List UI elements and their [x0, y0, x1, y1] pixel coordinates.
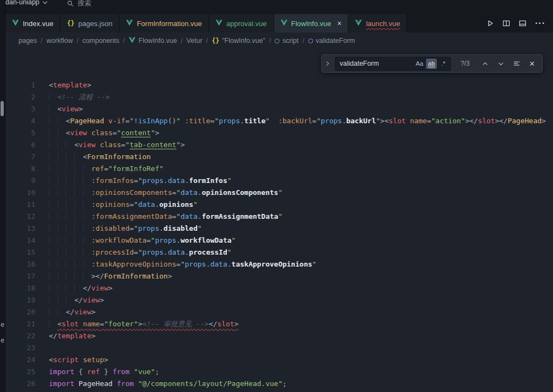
find-in-selection-button[interactable] — [511, 58, 522, 69]
breadcrumb-item[interactable]: workflow — [47, 37, 73, 45]
close-find-button[interactable]: ✕ — [526, 58, 538, 69]
line-number: 19 — [5, 294, 35, 306]
workspace-menu[interactable]: dan-uniapp — [5, 0, 47, 6]
more-actions-icon[interactable]: ··· — [535, 18, 545, 28]
tab-pages.json[interactable]: {}pages.json — [60, 14, 119, 33]
code-line[interactable]: 12 :formAssignmentData="data.formAssignm… — [5, 211, 553, 223]
code-line[interactable]: 6 <view class="tab-content"> — [5, 139, 553, 151]
search-label: 搜索 — [78, 0, 91, 8]
tab-label: pages.json — [78, 20, 112, 28]
code-line[interactable]: 24<script setup> — [5, 354, 553, 366]
code-line[interactable]: 21 <slot name="footer"><!-- 审批意见 --></sl… — [5, 318, 553, 330]
next-match-button[interactable] — [495, 58, 506, 69]
vue-icon — [355, 20, 362, 26]
code-text: import { ref } from "vue"; — [49, 366, 160, 378]
line-number: 6 — [5, 139, 35, 151]
editor-actions: ··· — [479, 14, 553, 33]
code-editor[interactable]: validateForm Aa ab .* ?/3 ✕ 1<template>2… — [5, 49, 553, 392]
code-text: </view> — [49, 306, 96, 318]
search-icon — [67, 0, 74, 7]
breadcrumb-item[interactable]: validateForm — [308, 37, 355, 45]
code-text: :opinions="data.opinions" — [49, 199, 198, 211]
breadcrumb-item[interactable]: {}"FlowInfo.vue" — [212, 37, 265, 45]
breadcrumb-item[interactable]: components — [82, 37, 119, 45]
code-line[interactable]: 23 — [5, 342, 553, 354]
breadcrumb: pages/workflow/components/FlowInfo.vue/V… — [5, 33, 553, 49]
code-line[interactable]: 8 ref="formInfoRef" — [5, 163, 553, 175]
layout-icon[interactable] — [519, 20, 526, 27]
code-line[interactable]: 17 ></FormInformation> — [5, 270, 553, 282]
find-query: validateForm — [340, 60, 414, 67]
run-icon[interactable] — [486, 20, 494, 27]
match-case-button[interactable]: Aa — [414, 59, 425, 69]
chevron-right-icon — [325, 61, 329, 66]
tab-approval.vue[interactable]: approval.vue — [209, 14, 274, 33]
code-line[interactable]: 4 <PageHead v-if="!isInApp()" :title="pr… — [5, 115, 553, 127]
line-number: 24 — [5, 354, 35, 366]
braces-icon: {} — [212, 37, 219, 45]
code-line[interactable]: 13 :disabled="props.disabled" — [5, 223, 553, 235]
previous-match-button[interactable] — [479, 58, 491, 69]
code-line[interactable]: 26import PageHead from "@/components/lay… — [5, 378, 553, 390]
code-line[interactable]: 11 :opinions="data.opinions" — [5, 199, 553, 211]
tab-FlowInfo.vue[interactable]: FlowInfo.vue× — [274, 14, 349, 33]
breadcrumb-label: FlowInfo.vue — [138, 37, 177, 45]
breadcrumb-item[interactable]: FlowInfo.vue — [129, 37, 177, 45]
code-line[interactable]: 5 <view class="content"> — [5, 127, 553, 139]
line-number: 16 — [5, 258, 35, 270]
code-text: </template> — [49, 330, 96, 342]
code-area: 1<template>2 <!-- 流程 -->3 <view>4 <PageH… — [5, 49, 553, 390]
toggle-replace-button[interactable] — [323, 55, 330, 72]
code-text: <view class="tab-content"> — [49, 139, 185, 151]
find-input[interactable]: validateForm Aa ab .* — [335, 57, 451, 71]
tab-label: Index.vue — [23, 20, 53, 28]
tab-label: FormInformation.vue — [137, 20, 202, 28]
split-editor-icon[interactable] — [503, 20, 510, 27]
line-number: 17 — [5, 270, 35, 282]
code-line[interactable]: 18 </view> — [5, 282, 553, 294]
code-line[interactable]: 1<template> — [5, 79, 553, 91]
code-line[interactable]: 2 <!-- 流程 --> — [5, 91, 553, 103]
tab-FormInformation.vue[interactable]: FormInformation.vue — [119, 14, 209, 33]
code-line[interactable]: 20 </view> — [5, 306, 553, 318]
code-line[interactable]: 19 </view> — [5, 294, 553, 306]
line-number: 13 — [5, 223, 35, 235]
code-line[interactable]: 10 :opinionsComponents="data.opinionsCom… — [5, 187, 553, 199]
line-number: 20 — [5, 306, 35, 318]
code-text: :workflowData="props.workflowData" — [49, 235, 236, 246]
code-line[interactable]: 25import { ref } from "vue"; — [5, 366, 553, 378]
sidebar-scroll-thumb[interactable] — [1, 101, 4, 116]
code-line[interactable]: 7 <FormInformation — [5, 151, 553, 163]
error-squiggle: <slot name="footer"><!-- 审批意见 --></slot> — [58, 320, 239, 328]
code-text: :processId="props.data.processId" — [49, 246, 232, 258]
breadcrumb-item[interactable]: Vetur — [187, 37, 202, 45]
titlebar-search[interactable]: 搜索 — [67, 0, 91, 8]
code-text: <view class="content"> — [49, 127, 160, 139]
breadcrumb-separator: / — [269, 37, 271, 45]
vue-icon — [355, 20, 362, 28]
code-text: <!-- 流程 --> — [49, 91, 110, 103]
tab-Index.vue[interactable]: Index.vue — [5, 14, 60, 33]
regex-button[interactable]: .* — [438, 59, 449, 69]
code-line[interactable]: 3 <view> — [5, 103, 553, 115]
breadcrumb-item[interactable]: script — [275, 37, 298, 45]
breadcrumb-item[interactable]: pages — [18, 37, 37, 45]
close-tab-icon[interactable]: × — [337, 20, 341, 27]
breadcrumb-separator: / — [123, 37, 125, 45]
title-bar: dan-uniapp 搜索 — [5, 0, 553, 14]
code-line[interactable]: 16 :taskApproveOpinions="props.data.task… — [5, 258, 553, 270]
code-text: :formAssignmentData="data.formAssignment… — [49, 211, 283, 223]
breadcrumb-separator: / — [77, 37, 78, 45]
line-number: 22 — [5, 330, 35, 342]
code-line[interactable]: 15 :processId="props.data.processId" — [5, 246, 553, 258]
line-number: 14 — [5, 235, 35, 246]
vue-icon — [126, 20, 133, 28]
code-line[interactable]: 22</template> — [5, 330, 553, 342]
code-line[interactable]: 14 :workflowData="props.workflowData" — [5, 235, 553, 246]
whole-word-button[interactable]: ab — [426, 59, 437, 69]
sidebar-clipped-text: e — [1, 321, 4, 328]
line-number: 9 — [5, 175, 35, 187]
code-line[interactable]: 9 :formInfos="props.data.formInfos" — [5, 175, 553, 187]
tab-launch.vue[interactable]: launch.vue — [348, 14, 407, 33]
tab-label: approval.vue — [226, 20, 266, 28]
